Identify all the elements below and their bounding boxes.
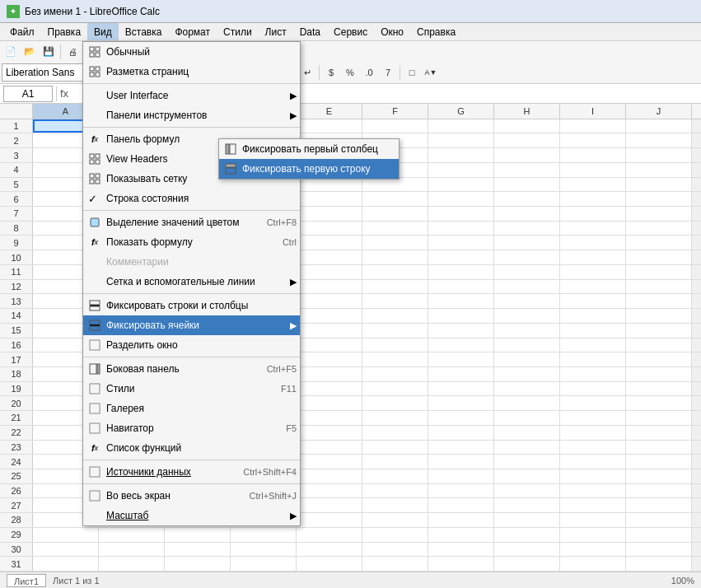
cell-e14[interactable] xyxy=(297,309,362,323)
decimal-num-btn[interactable]: 7 xyxy=(379,63,397,82)
cell-i8[interactable] xyxy=(560,222,626,236)
cell-f10[interactable] xyxy=(362,250,428,264)
cell-j25[interactable] xyxy=(626,469,692,483)
print-btn[interactable]: 🖨 xyxy=(63,43,82,61)
decimal-add-btn[interactable]: .0 xyxy=(360,63,378,82)
cell-f12[interactable] xyxy=(362,280,428,294)
cell-e8[interactable] xyxy=(297,222,362,236)
cell-j15[interactable] xyxy=(626,324,692,338)
row-number[interactable]: 1 xyxy=(0,119,33,133)
cell-g17[interactable] xyxy=(428,352,494,366)
row-number[interactable]: 23 xyxy=(0,441,33,455)
cell-g13[interactable] xyxy=(428,294,494,308)
row-number[interactable]: 14 xyxy=(0,309,33,323)
menu-help[interactable]: Справка xyxy=(410,23,462,40)
cell-i5[interactable] xyxy=(560,178,626,192)
cell-h10[interactable] xyxy=(494,250,560,264)
cell-h22[interactable] xyxy=(494,426,560,440)
row-number[interactable]: 26 xyxy=(0,484,33,498)
cell-g18[interactable] xyxy=(428,367,494,381)
cell-f21[interactable] xyxy=(362,411,428,425)
cell-g9[interactable] xyxy=(428,236,494,250)
cell-b30[interactable] xyxy=(99,543,165,557)
cell-i7[interactable] xyxy=(560,207,626,221)
cell-j14[interactable] xyxy=(626,309,692,323)
cell-h19[interactable] xyxy=(494,382,560,396)
cell-g11[interactable] xyxy=(428,265,494,279)
row-number[interactable]: 3 xyxy=(0,148,33,162)
row-number[interactable]: 24 xyxy=(0,455,33,469)
cell-g14[interactable] xyxy=(428,309,494,323)
cell-g22[interactable] xyxy=(428,426,494,440)
menu-item-data-sources[interactable]: Источники данныхCtrl+Shift+F4 xyxy=(83,462,300,482)
cell-f8[interactable] xyxy=(362,222,428,236)
cell-j30[interactable] xyxy=(626,543,692,557)
cell-i9[interactable] xyxy=(560,236,626,250)
cell-g28[interactable] xyxy=(428,513,494,527)
row-number[interactable]: 12 xyxy=(0,280,33,294)
currency-btn[interactable]: $ xyxy=(322,63,340,82)
cell-g27[interactable] xyxy=(428,498,494,512)
cell-h6[interactable] xyxy=(494,192,560,206)
cell-f19[interactable] xyxy=(362,382,428,396)
cell-h29[interactable] xyxy=(494,528,560,542)
cell-i31[interactable] xyxy=(560,557,626,571)
row-number[interactable]: 30 xyxy=(0,543,33,557)
cell-j17[interactable] xyxy=(626,352,692,366)
row-number[interactable]: 8 xyxy=(0,222,33,236)
cell-g20[interactable] xyxy=(428,396,494,410)
row-number[interactable]: 27 xyxy=(0,498,33,512)
cell-i17[interactable] xyxy=(560,352,626,366)
cell-j16[interactable] xyxy=(626,338,692,352)
col-header-j[interactable]: J xyxy=(626,104,692,119)
bg-color-btn[interactable]: A▼ xyxy=(422,63,440,82)
cell-e22[interactable] xyxy=(297,426,362,440)
cell-i26[interactable] xyxy=(560,484,626,498)
row-number[interactable]: 4 xyxy=(0,163,33,177)
cell-i4[interactable] xyxy=(560,163,626,177)
cell-j23[interactable] xyxy=(626,441,692,455)
menu-tools[interactable]: Сервис xyxy=(327,23,374,40)
cell-g25[interactable] xyxy=(428,469,494,483)
cell-j7[interactable] xyxy=(626,207,692,221)
cell-e28[interactable] xyxy=(297,513,362,527)
freeze-submenu[interactable]: Фиксировать первый столбецФиксировать пе… xyxy=(218,138,400,180)
cell-e19[interactable] xyxy=(297,382,362,396)
cell-f1[interactable] xyxy=(362,119,428,133)
row-number[interactable]: 20 xyxy=(0,396,33,410)
cell-j3[interactable] xyxy=(626,148,692,162)
cell-i23[interactable] xyxy=(560,441,626,455)
cell-f17[interactable] xyxy=(362,352,428,366)
cell-h25[interactable] xyxy=(494,469,560,483)
cell-f26[interactable] xyxy=(362,484,428,498)
cell-g7[interactable] xyxy=(428,207,494,221)
cell-i25[interactable] xyxy=(560,469,626,483)
cell-e24[interactable] xyxy=(297,455,362,469)
cell-i29[interactable] xyxy=(560,528,626,542)
cell-e23[interactable] xyxy=(297,441,362,455)
cell-g23[interactable] xyxy=(428,441,494,455)
cell-e30[interactable] xyxy=(297,543,362,557)
cell-j8[interactable] xyxy=(626,222,692,236)
row-number[interactable]: 28 xyxy=(0,513,33,527)
cell-g4[interactable] xyxy=(428,163,494,177)
cell-j10[interactable] xyxy=(626,250,692,264)
menu-insert[interactable]: Вставка xyxy=(119,23,169,40)
cell-j31[interactable] xyxy=(626,557,692,571)
cell-e25[interactable] xyxy=(297,469,362,483)
cell-i12[interactable] xyxy=(560,280,626,294)
col-header-i[interactable]: I xyxy=(560,104,626,119)
cell-i15[interactable] xyxy=(560,324,626,338)
cell-j29[interactable] xyxy=(626,528,692,542)
cell-h28[interactable] xyxy=(494,513,560,527)
cell-j5[interactable] xyxy=(626,178,692,192)
wrap-btn[interactable]: ↵ xyxy=(298,63,316,82)
open-btn[interactable]: 📂 xyxy=(21,43,39,61)
cell-e1[interactable] xyxy=(297,119,362,133)
cell-g6[interactable] xyxy=(428,192,494,206)
cell-j11[interactable] xyxy=(626,265,692,279)
cell-h23[interactable] xyxy=(494,441,560,455)
cell-a29[interactable] xyxy=(33,528,99,542)
menu-item-freeze-cells[interactable]: Фиксировать ячейки▶ xyxy=(83,315,300,335)
menu-view[interactable]: Вид xyxy=(87,23,119,40)
